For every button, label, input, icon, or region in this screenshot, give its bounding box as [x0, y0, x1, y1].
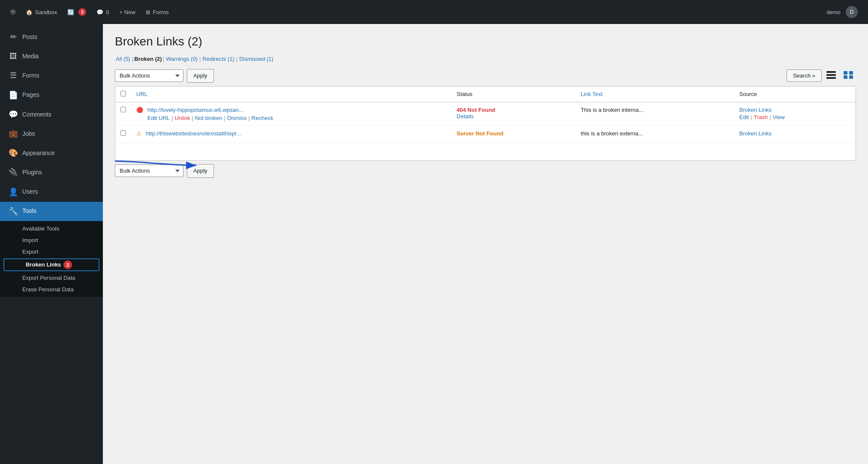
row2-checkbox[interactable]: [120, 130, 126, 136]
table-header-status: Status: [451, 86, 576, 102]
sidebar-item-pages[interactable]: 📄 Pages: [0, 86, 103, 105]
sidebar-item-users[interactable]: 👤 Users: [0, 183, 103, 202]
row1-details[interactable]: Details: [457, 113, 474, 120]
row2-warning-icon: ⚠: [136, 130, 141, 137]
table-header-source: Source: [734, 86, 856, 102]
jobs-icon: 💼: [9, 129, 18, 139]
row2-status: Server Not Found: [457, 130, 503, 137]
row2-source-link[interactable]: Broken Links: [739, 130, 772, 137]
admin-bar-user[interactable]: demo D: [821, 6, 863, 18]
table-header-linktext[interactable]: Link Text: [576, 86, 734, 102]
sidebar-item-forms[interactable]: ☰ Forms: [0, 66, 103, 85]
table-row: 🔴 http://lovely-hippopotamus.w6.wpsan...…: [115, 102, 856, 126]
table-spacer-row: [115, 143, 856, 160]
row2-source-cell: Broken Links: [734, 126, 856, 143]
sidebar-item-comments[interactable]: 💬 Comments: [0, 105, 103, 124]
sidebar-item-plugins[interactable]: 🔌 Plugins: [0, 163, 103, 182]
bottom-toolbar: Bulk Actions Apply: [115, 164, 856, 178]
page-title: Broken Links (2): [115, 34, 856, 49]
home-icon: 🏠: [26, 9, 33, 15]
row1-dismiss[interactable]: Dismiss: [227, 115, 247, 121]
table-header-url[interactable]: URL: [131, 86, 451, 102]
row1-error-icon: 🔴: [136, 107, 143, 113]
row1-source-actions: Edit | Trash | View: [739, 114, 850, 120]
svg-rect-5: [844, 71, 847, 75]
users-icon: 👤: [9, 187, 18, 198]
admin-bar-new[interactable]: + New: [114, 0, 141, 24]
row2-url-cell: ⚠ http://thiswebsitedoesnotexistatthispr…: [131, 126, 451, 143]
pages-icon: 📄: [9, 90, 18, 101]
forms-icon-bar: ⊞: [146, 9, 150, 15]
apply-button-bottom[interactable]: Apply: [187, 164, 214, 178]
sidebar-item-tools[interactable]: 🔧 Tools: [0, 202, 103, 221]
sidebar-item-available-tools[interactable]: Available Tools: [0, 223, 103, 234]
select-all-checkbox[interactable]: [120, 91, 126, 96]
appearance-icon: 🎨: [9, 148, 18, 159]
row1-source-cell: Broken Links Edit | Trash | View: [734, 102, 856, 126]
row1-checkbox[interactable]: [120, 107, 126, 112]
sidebar-item-appearance[interactable]: 🎨 Appearance: [0, 144, 103, 163]
sidebar-item-broken-links[interactable]: Broken Links 2: [3, 258, 99, 271]
filter-bar: All (5) | Broken (2) | Warnings (0) | Re…: [115, 56, 856, 62]
sidebar-item-export[interactable]: Export: [0, 246, 103, 257]
toolbar-left: Bulk Actions Apply: [115, 69, 214, 83]
apply-button-top[interactable]: Apply: [187, 69, 214, 83]
table-header-checkbox: [115, 86, 132, 102]
layout: ✏ Posts 🖼 Media ☰ Forms 📄 Pages 💬 Commen…: [0, 24, 868, 464]
filter-dismissed[interactable]: Dismissed (1): [239, 56, 273, 62]
bulk-actions-select-bottom[interactable]: Bulk Actions: [115, 165, 183, 177]
admin-bar-comments[interactable]: 💬 0: [91, 0, 114, 24]
row1-linktext-cell: This is a broken interna...: [576, 102, 734, 126]
row1-source-link[interactable]: Broken Links: [739, 107, 772, 113]
main-content: Broken Links (2) All (5) | Broken (2) | …: [103, 24, 868, 464]
row2-url-link[interactable]: http://thiswebsitedoesnotexistatthispr..…: [146, 130, 241, 137]
row1-source-trash[interactable]: Trash: [754, 114, 768, 120]
bulk-actions-select-top[interactable]: Bulk Actions: [115, 69, 183, 82]
comments-nav-icon: 💬: [9, 109, 18, 120]
admin-bar-updates[interactable]: 🔄 5: [62, 0, 91, 24]
row1-not-broken[interactable]: Not broken: [195, 115, 222, 121]
svg-rect-4: [826, 77, 836, 79]
admin-bar-forms[interactable]: ⊞ Forms: [141, 0, 174, 24]
row1-source-view[interactable]: View: [773, 114, 785, 120]
list-view-button[interactable]: [823, 69, 839, 82]
sidebar-item-posts[interactable]: ✏ Posts: [0, 27, 103, 47]
sidebar-item-import[interactable]: Import: [0, 234, 103, 246]
row1-url-cell: 🔴 http://lovely-hippopotamus.w6.wpsan...…: [131, 102, 451, 126]
filter-warnings[interactable]: Warnings (0): [166, 56, 198, 62]
avatar: D: [846, 6, 858, 18]
admin-bar-sandbox[interactable]: 🏠 Sandbox: [21, 0, 62, 24]
table-container: URL Status Link Text Source: [115, 86, 856, 161]
row1-status: 404 Not Found: [457, 107, 495, 113]
row1-unlink[interactable]: Unlink: [174, 115, 190, 121]
search-button[interactable]: Search »: [787, 69, 822, 82]
row2-linktext-cell: this is a broken externa...: [576, 126, 734, 143]
posts-icon: ✏: [9, 32, 18, 42]
row1-source-edit[interactable]: Edit: [739, 114, 749, 120]
row1-url-link[interactable]: http://lovely-hippopotamus.w6.wpsan...: [147, 107, 273, 113]
row1-recheck[interactable]: Recheck: [252, 115, 273, 121]
filter-all[interactable]: All (5): [116, 56, 130, 62]
filter-broken: Broken (2): [134, 56, 162, 62]
admin-bar: W 🏠 Sandbox 🔄 5 💬 0 + New ⊞ Forms demo D: [0, 0, 868, 24]
sidebar-item-jobs[interactable]: 💼 Jobs: [0, 124, 103, 144]
broken-links-badge: 2: [63, 260, 72, 269]
sidebar-item-media[interactable]: 🖼 Media: [0, 47, 103, 66]
wp-logo[interactable]: W: [5, 4, 21, 20]
sidebar-item-erase-personal[interactable]: Erase Personal Data: [0, 284, 103, 295]
svg-rect-3: [826, 74, 836, 76]
bottom-toolbar-left: Bulk Actions Apply: [115, 164, 214, 178]
grid-view-button[interactable]: [841, 69, 856, 82]
svg-rect-2: [826, 71, 836, 73]
filter-redirects[interactable]: Redirects (1): [202, 56, 234, 62]
row2-status-cell: Server Not Found: [451, 126, 576, 143]
sidebar-item-export-personal[interactable]: Export Personal Data: [0, 272, 103, 284]
links-table: URL Status Link Text Source: [115, 86, 856, 161]
updates-icon: 🔄: [67, 9, 74, 15]
plugins-icon: 🔌: [9, 167, 18, 178]
table-row: ⚠ http://thiswebsitedoesnotexistatthispr…: [115, 126, 856, 143]
svg-text:W: W: [12, 10, 15, 13]
top-toolbar: Bulk Actions Apply Search »: [115, 69, 856, 83]
svg-rect-7: [844, 75, 847, 79]
row1-edit-url[interactable]: Edit URL: [147, 115, 170, 121]
